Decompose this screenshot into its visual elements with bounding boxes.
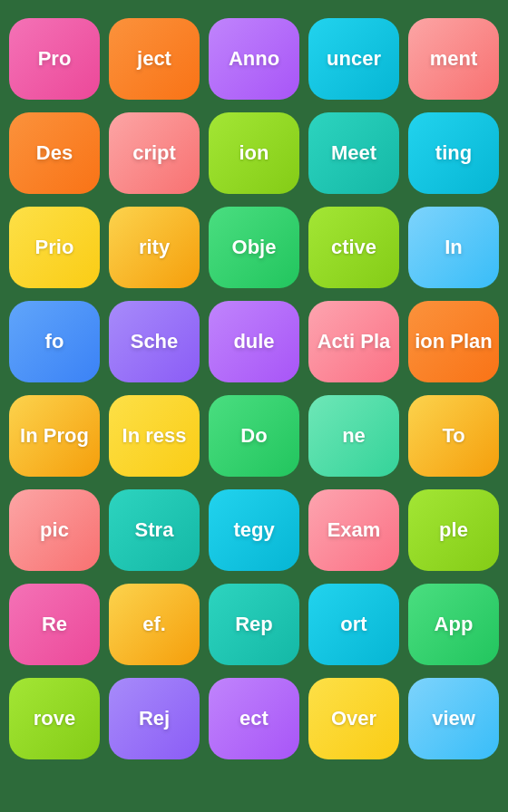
tile-t17[interactable]: Sche [109,301,200,382]
tile-t21[interactable]: In Prog [9,395,100,477]
tile-t22[interactable]: In ress [109,395,200,477]
tile-t29[interactable]: Exam [308,489,399,571]
tile-t36[interactable]: rove [9,678,100,759]
tile-t8[interactable]: ion [209,112,299,194]
tile-t2[interactable]: ject [109,18,200,100]
tile-t19[interactable]: Acti Pla [308,301,399,382]
tile-t10[interactable]: ting [408,112,499,194]
tile-t27[interactable]: Stra [109,489,200,571]
tile-t18[interactable]: dule [209,301,299,382]
tile-t35[interactable]: App [408,584,499,665]
tile-t1[interactable]: Pro [9,18,100,100]
tile-t4[interactable]: uncer [308,18,399,100]
tile-t25[interactable]: To [408,395,499,477]
tile-t26[interactable]: pic [9,489,100,571]
tile-t12[interactable]: rity [109,207,200,288]
tile-t39[interactable]: Over [308,678,399,759]
tile-t14[interactable]: ctive [308,207,399,288]
tile-t37[interactable]: Rej [109,678,200,759]
tile-t13[interactable]: Obje [209,207,299,288]
tile-grid: ProjectAnnouncermentDescriptionMeettingP… [9,18,499,759]
tile-t34[interactable]: ort [308,584,399,665]
tile-t3[interactable]: Anno [209,18,299,100]
tile-t30[interactable]: ple [408,489,499,571]
tile-t28[interactable]: tegy [209,489,299,571]
tile-t5[interactable]: ment [408,18,499,100]
tile-t9[interactable]: Meet [308,112,399,194]
tile-t15[interactable]: In [408,207,499,288]
tile-t23[interactable]: Do [209,395,299,477]
tile-t11[interactable]: Prio [9,207,100,288]
tile-t31[interactable]: Re [9,584,100,665]
tile-t32[interactable]: ef. [109,584,200,665]
tile-t38[interactable]: ect [209,678,299,759]
tile-t6[interactable]: Des [9,112,100,194]
tile-t16[interactable]: fo [9,301,100,382]
tile-t24[interactable]: ne [308,395,399,477]
tile-t40[interactable]: view [408,678,499,759]
tile-t33[interactable]: Rep [209,584,299,665]
tile-t7[interactable]: cript [109,112,200,194]
tile-t20[interactable]: ion Plan [408,301,499,382]
